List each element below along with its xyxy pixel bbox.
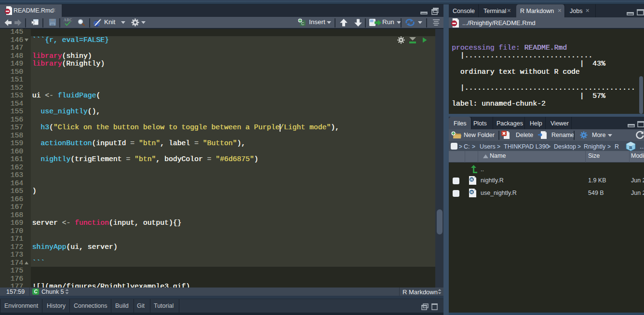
- svg-text:R: R: [629, 145, 632, 150]
- svg-text:R: R: [470, 190, 473, 194]
- svg-text:R: R: [470, 178, 473, 182]
- svg-text:C: C: [301, 21, 305, 26]
